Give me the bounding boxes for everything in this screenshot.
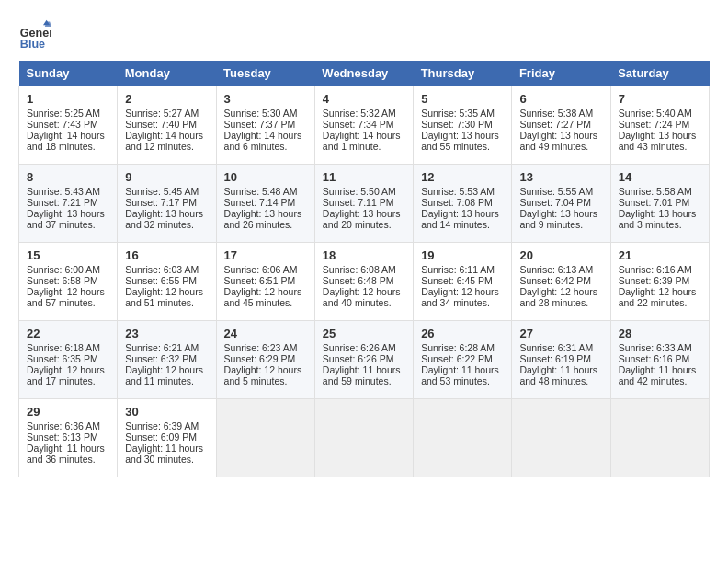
day-number: 21 (619, 248, 701, 262)
sunset-text: Sunset: 6:58 PM (27, 275, 98, 286)
sunrise-text: Sunrise: 5:53 AM (421, 186, 495, 197)
daylight-text: Daylight: 14 hours and 18 minutes. (27, 130, 105, 152)
calendar-cell: 24Sunrise: 6:23 AMSunset: 6:29 PMDayligh… (216, 321, 314, 399)
calendar-header-wednesday: Wednesday (314, 61, 413, 86)
sunset-text: Sunset: 6:55 PM (125, 275, 197, 286)
calendar-cell: 28Sunrise: 6:33 AMSunset: 6:16 PMDayligh… (610, 321, 709, 399)
sunset-text: Sunset: 7:27 PM (519, 119, 591, 130)
daylight-text: Daylight: 12 hours and 51 minutes. (125, 286, 203, 308)
day-number: 11 (323, 170, 405, 184)
daylight-text: Daylight: 12 hours and 22 minutes. (619, 286, 697, 308)
sunrise-text: Sunrise: 6:06 AM (224, 264, 298, 275)
sunset-text: Sunset: 6:09 PM (125, 431, 197, 442)
sunset-text: Sunset: 6:13 PM (27, 431, 98, 442)
sunset-text: Sunset: 7:17 PM (125, 197, 197, 208)
calendar-cell (512, 399, 610, 477)
daylight-text: Daylight: 12 hours and 57 minutes. (27, 286, 105, 308)
svg-text:Blue: Blue (20, 38, 45, 51)
sunset-text: Sunset: 7:37 PM (224, 119, 296, 130)
calendar-cell: 19Sunrise: 6:11 AMSunset: 6:45 PMDayligh… (414, 243, 512, 321)
calendar-cell: 3Sunrise: 5:30 AMSunset: 7:37 PMDaylight… (216, 86, 314, 165)
day-number: 29 (27, 405, 109, 419)
calendar-week-row: 8Sunrise: 5:43 AMSunset: 7:21 PMDaylight… (19, 165, 710, 243)
day-number: 10 (224, 170, 307, 184)
calendar-cell: 11Sunrise: 5:50 AMSunset: 7:11 PMDayligh… (314, 165, 413, 243)
sunrise-text: Sunrise: 6:11 AM (421, 264, 495, 275)
calendar-cell: 27Sunrise: 6:31 AMSunset: 6:19 PMDayligh… (512, 321, 610, 399)
day-number: 25 (323, 327, 405, 340)
sunrise-text: Sunrise: 6:31 AM (519, 342, 593, 353)
calendar-header-friday: Friday (512, 61, 610, 86)
day-number: 12 (421, 170, 504, 184)
daylight-text: Daylight: 13 hours and 14 minutes. (421, 208, 499, 230)
sunset-text: Sunset: 7:24 PM (619, 119, 690, 130)
day-number: 15 (27, 248, 109, 262)
day-number: 6 (519, 92, 602, 106)
day-number: 4 (323, 92, 405, 106)
day-number: 19 (421, 248, 504, 262)
page-header: General Blue (18, 18, 710, 52)
daylight-text: Daylight: 11 hours and 36 minutes. (27, 442, 105, 465)
calendar-cell: 10Sunrise: 5:48 AMSunset: 7:14 PMDayligh… (216, 165, 314, 243)
calendar-cell: 1Sunrise: 5:25 AMSunset: 7:43 PMDaylight… (19, 86, 118, 165)
day-number: 7 (619, 92, 701, 106)
sunrise-text: Sunrise: 5:50 AM (323, 186, 396, 197)
sunrise-text: Sunrise: 6:26 AM (323, 342, 396, 353)
calendar-cell: 30Sunrise: 6:39 AMSunset: 6:09 PMDayligh… (118, 399, 216, 477)
sunrise-text: Sunrise: 5:45 AM (125, 186, 199, 197)
day-number: 20 (519, 248, 602, 262)
sunset-text: Sunset: 7:30 PM (421, 119, 493, 130)
calendar-cell: 12Sunrise: 5:53 AMSunset: 7:08 PMDayligh… (414, 165, 512, 243)
daylight-text: Daylight: 12 hours and 11 minutes. (125, 364, 203, 386)
day-number: 3 (224, 92, 307, 106)
day-number: 26 (421, 327, 504, 340)
sunrise-text: Sunrise: 5:55 AM (519, 186, 593, 197)
sunrise-text: Sunrise: 5:27 AM (125, 108, 199, 119)
sunrise-text: Sunrise: 6:03 AM (125, 264, 199, 275)
day-number: 1 (27, 92, 109, 106)
sunrise-text: Sunrise: 5:32 AM (323, 108, 396, 119)
sunset-text: Sunset: 6:16 PM (619, 353, 690, 364)
sunset-text: Sunset: 7:40 PM (125, 119, 197, 130)
calendar-body: 1Sunrise: 5:25 AMSunset: 7:43 PMDaylight… (19, 86, 710, 477)
daylight-text: Daylight: 12 hours and 17 minutes. (27, 364, 105, 386)
sunrise-text: Sunrise: 6:39 AM (125, 420, 199, 431)
calendar-cell: 15Sunrise: 6:00 AMSunset: 6:58 PMDayligh… (19, 243, 118, 321)
calendar-cell: 26Sunrise: 6:28 AMSunset: 6:22 PMDayligh… (414, 321, 512, 399)
sunrise-text: Sunrise: 6:08 AM (323, 264, 396, 275)
daylight-text: Daylight: 14 hours and 6 minutes. (224, 130, 302, 152)
calendar-cell: 23Sunrise: 6:21 AMSunset: 6:32 PMDayligh… (118, 321, 216, 399)
daylight-text: Daylight: 13 hours and 32 minutes. (125, 208, 203, 230)
daylight-text: Daylight: 13 hours and 55 minutes. (421, 130, 499, 152)
calendar-cell: 5Sunrise: 5:35 AMSunset: 7:30 PMDaylight… (414, 86, 512, 165)
calendar-cell: 25Sunrise: 6:26 AMSunset: 6:26 PMDayligh… (314, 321, 413, 399)
sunrise-text: Sunrise: 6:00 AM (27, 264, 100, 275)
calendar-cell (314, 399, 413, 477)
daylight-text: Daylight: 12 hours and 45 minutes. (224, 286, 302, 308)
calendar-cell: 13Sunrise: 5:55 AMSunset: 7:04 PMDayligh… (512, 165, 610, 243)
day-number: 2 (125, 92, 208, 106)
calendar-cell (414, 399, 512, 477)
daylight-text: Daylight: 11 hours and 42 minutes. (619, 364, 697, 386)
calendar-cell: 8Sunrise: 5:43 AMSunset: 7:21 PMDaylight… (19, 165, 118, 243)
daylight-text: Daylight: 12 hours and 5 minutes. (224, 364, 302, 386)
day-number: 14 (619, 170, 701, 184)
daylight-text: Daylight: 13 hours and 26 minutes. (224, 208, 302, 230)
calendar-header-row: SundayMondayTuesdayWednesdayThursdayFrid… (19, 61, 710, 86)
day-number: 18 (323, 248, 405, 262)
calendar-cell: 4Sunrise: 5:32 AMSunset: 7:34 PMDaylight… (314, 86, 413, 165)
daylight-text: Daylight: 11 hours and 48 minutes. (519, 364, 597, 386)
sunrise-text: Sunrise: 5:30 AM (224, 108, 298, 119)
sunrise-text: Sunrise: 5:25 AM (27, 108, 100, 119)
sunset-text: Sunset: 7:11 PM (323, 197, 394, 208)
calendar-header-thursday: Thursday (414, 61, 512, 86)
calendar-cell: 9Sunrise: 5:45 AMSunset: 7:17 PMDaylight… (118, 165, 216, 243)
daylight-text: Daylight: 14 hours and 1 minute. (323, 130, 401, 152)
calendar-cell (216, 399, 314, 477)
sunset-text: Sunset: 6:42 PM (519, 275, 591, 286)
calendar-cell: 7Sunrise: 5:40 AMSunset: 7:24 PMDaylight… (610, 86, 709, 165)
daylight-text: Daylight: 12 hours and 34 minutes. (421, 286, 499, 308)
calendar-cell: 22Sunrise: 6:18 AMSunset: 6:35 PMDayligh… (19, 321, 118, 399)
day-number: 30 (125, 405, 208, 419)
daylight-text: Daylight: 11 hours and 53 minutes. (421, 364, 499, 386)
